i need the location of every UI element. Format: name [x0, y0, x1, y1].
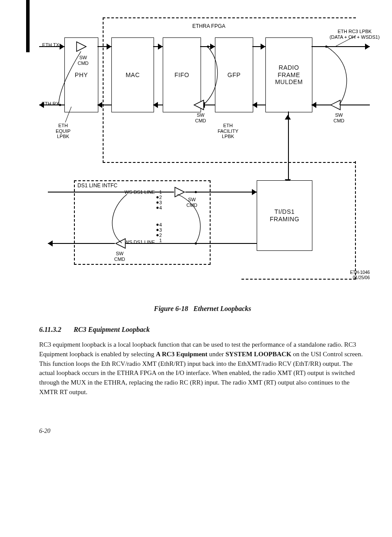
section-body: RC3 equipment loopback is a local loopba… — [39, 340, 366, 397]
page-edge-tab — [26, 0, 30, 52]
figure-ethernet-loopbacks: ETHRA FPGA ETH RC3 LPBK (DATA + OH + WSD… — [39, 17, 370, 296]
figure-doc-id: ETH-1046 01/25/06 — [326, 270, 370, 280]
rc3-sw-cmd-label: SW CMD — [332, 112, 345, 123]
ds1-bot-sw-cmd-label: SW CMD — [113, 251, 126, 262]
ds1-loop-curve-right — [170, 189, 209, 246]
arrow-radio-out — [365, 44, 370, 50]
ds1-loop-curve-left — [104, 192, 144, 248]
arrow-fifo-mac-rx — [153, 102, 158, 108]
eth-equip-callout — [61, 107, 87, 124]
arrow-mac-fifo — [158, 44, 163, 50]
fifo-label: FIFO — [174, 71, 189, 79]
arrow-to-radio — [285, 115, 291, 120]
fifo-sw-cmd-label: SW CMD — [194, 112, 207, 123]
rc3-callout — [335, 35, 361, 48]
gfp-label: GFP — [228, 71, 241, 79]
ws-top-dot-4 — [157, 207, 159, 209]
mac-label: MAC — [126, 71, 140, 79]
ws-ds1-bot-num-1: 1 — [159, 238, 162, 243]
arrow-rxin-radio — [312, 102, 316, 108]
ws-top-dot-3 — [157, 202, 159, 204]
ws-ds1-bot-num-4: 4 — [159, 222, 162, 228]
ds1-line-intfc-label: DS1 LINE INTFC — [77, 183, 130, 189]
ws-ds1-top-num-2: 2 — [159, 195, 162, 200]
ws-ds1-bot-num-2: 2 — [159, 233, 162, 238]
page-number: 6-20 — [39, 428, 366, 435]
arrow-ds1-top-into-tids1 — [252, 189, 257, 195]
figure-caption-label: Figure 6-18 — [154, 305, 188, 312]
svg-marker-1 — [194, 100, 204, 110]
ws-top-dot-2 — [157, 196, 159, 199]
figure-caption: Figure 6-18 Ethernet Loopbacks — [39, 305, 366, 313]
eth-equip-lpbk-label: ETH EQUIP LPBK — [52, 123, 74, 139]
tids1-framing-label: TI/DS1 FRAMING — [270, 208, 299, 223]
figure-doc-id-code: ETH-1046 — [350, 270, 370, 275]
ws-ds1-top-num-4: 4 — [159, 205, 162, 211]
arrow-gfp-radio — [261, 44, 265, 50]
ws-bot-dot-4 — [157, 224, 159, 226]
radio-frame-muldem-label: RADIO FRAME MULDEM — [275, 64, 303, 86]
arrow-phy-rxout — [39, 102, 44, 108]
mac-block: MAC — [111, 37, 154, 112]
ws-bot-dot-3 — [157, 229, 159, 231]
phy-loop-curve — [57, 44, 96, 109]
section-number: 6.11.3.2 — [39, 326, 61, 333]
figure-doc-id-date: 01/25/06 — [353, 275, 370, 280]
arrow-radio-gfp-rx — [252, 102, 257, 108]
arrow-phy-mac — [107, 44, 111, 50]
ws-ds1-bot-num-3: 3 — [159, 227, 162, 233]
phy-sw-cmd-label: SW CMD — [77, 55, 90, 66]
figure-caption-title: Ethernet Loopbacks — [193, 305, 251, 312]
facility-loop-curve — [203, 44, 229, 109]
arrow-ds1-out — [48, 240, 53, 247]
ethra-fpga-label: ETHRA FPGA — [183, 24, 235, 30]
arrow-mac-phy-rx — [97, 102, 102, 108]
line-radio-tids1 — [288, 111, 289, 180]
ws-ds1-top-num-3: 3 — [159, 200, 162, 206]
ws-bot-dot-2 — [157, 234, 159, 236]
tids1-framing-block: TI/DS1 FRAMING — [257, 180, 312, 251]
eth-facility-lpbk-label: ETH FACILITY LPBK — [215, 123, 241, 139]
rc3-loop-curve — [325, 44, 359, 109]
section-title: RC3 Equipment Loopback — [74, 326, 150, 333]
radio-frame-muldem-block: RADIO FRAME MULDEM — [265, 37, 312, 112]
section-heading: 6.11.3.2 RC3 Equipment Loopback — [39, 326, 366, 334]
